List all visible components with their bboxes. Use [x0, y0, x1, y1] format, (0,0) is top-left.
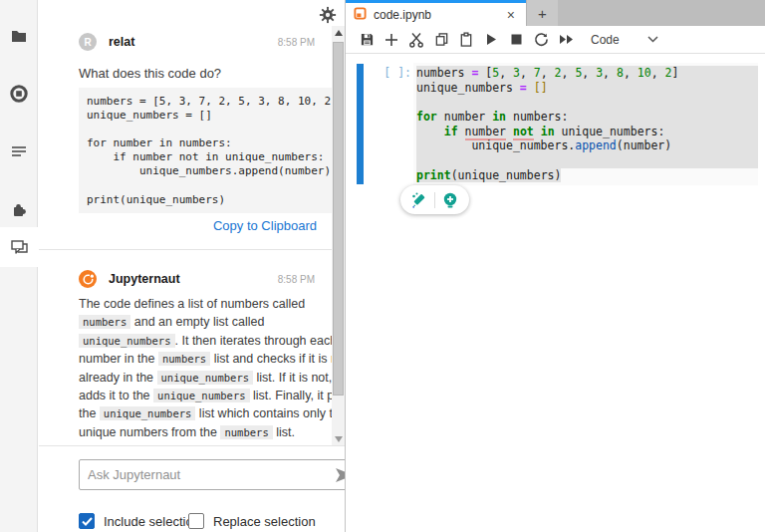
- chevron-down-icon: [647, 36, 658, 43]
- scroll-down-button[interactable]: [332, 432, 345, 445]
- cell-input-prompt: [ ]:: [370, 66, 411, 80]
- user-author-name: relat: [109, 35, 278, 49]
- stop-kernel-button[interactable]: [504, 29, 528, 51]
- tab-bar: code.ipynb × +: [346, 0, 765, 26]
- user-message-header: R relat 8:58 PM: [79, 32, 315, 52]
- chat-input[interactable]: [88, 467, 334, 482]
- chat-input-container: [79, 459, 365, 490]
- new-tab-button[interactable]: +: [526, 0, 558, 26]
- user-message-timestamp: 8:58 PM: [278, 37, 315, 48]
- checkbox-label: Replace selection: [213, 514, 316, 529]
- cell-ai-toolbar: [400, 185, 469, 214]
- magic-edit-icon[interactable]: [408, 189, 430, 211]
- scrollbar-thumb[interactable]: [333, 42, 344, 396]
- run-cell-button[interactable]: [479, 29, 503, 51]
- message-divider: [39, 249, 345, 250]
- code-line: [416, 153, 758, 168]
- chat-scrollbar[interactable]: [332, 26, 345, 445]
- sidebar-item-file-browser[interactable]: [0, 16, 38, 56]
- cell-type-value: Code: [591, 33, 620, 47]
- include-selection-checkbox[interactable]: Include selection: [79, 513, 200, 529]
- user-avatar: R: [79, 33, 97, 51]
- code-line: numbers = [5, 3, 7, 2, 5, 3, 8, 10, 2]: [416, 66, 758, 81]
- notebook-file-icon: [354, 6, 367, 24]
- save-button[interactable]: [355, 29, 379, 51]
- checkbox-unchecked[interactable]: [188, 513, 204, 529]
- cut-cells-button[interactable]: [404, 29, 428, 51]
- checkbox-label: Include selection: [104, 514, 200, 529]
- jupyternaut-chat-panel: R relat 8:58 PM What does this code do? …: [39, 0, 345, 532]
- cell-code-editor[interactable]: numbers = [5, 3, 7, 2, 5, 3, 8, 10, 2]un…: [413, 63, 758, 185]
- chat-bubbles-icon: [10, 238, 29, 256]
- notebook-toolbar: Code: [346, 26, 765, 54]
- code-line: print(unique_numbers): [416, 168, 758, 183]
- tab-title: code.ipynb: [374, 8, 504, 22]
- user-question-text: What does this code do?: [79, 66, 315, 81]
- code-line: [416, 95, 758, 110]
- running-kernels-icon: [10, 85, 28, 103]
- restart-kernel-button[interactable]: [529, 29, 553, 51]
- code-line: if number not in unique_numbers:: [416, 125, 758, 139]
- chat-code-block: numbers = [5, 3, 7, 2, 5, 3, 8, 10, 2] u…: [79, 88, 355, 213]
- cell-collapser[interactable]: [357, 64, 364, 184]
- lightbulb-icon[interactable]: [439, 189, 461, 211]
- paste-cells-button[interactable]: [454, 29, 478, 51]
- checkbox-checked[interactable]: [79, 513, 95, 529]
- sidebar-item-extension-manager[interactable]: [0, 189, 38, 229]
- ai-author-name: Jupyternaut: [109, 272, 278, 286]
- ai-message-timestamp: 8:58 PM: [278, 274, 315, 285]
- jupyterlab-window: R relat 8:58 PM What does this code do? …: [0, 0, 765, 532]
- list-icon: [10, 142, 28, 160]
- folder-icon: [10, 27, 28, 45]
- sidebar-item-running-kernels[interactable]: [0, 74, 38, 114]
- sidebar-item-table-of-contents[interactable]: [0, 132, 38, 171]
- code-line: unique_numbers.append(number): [416, 138, 758, 153]
- pill-divider: [434, 192, 435, 208]
- tab-close-icon[interactable]: ×: [504, 8, 518, 22]
- sidebar-item-chat[interactable]: [0, 227, 38, 267]
- cell-type-dropdown[interactable]: Code: [591, 33, 658, 47]
- insert-cell-button[interactable]: [380, 29, 403, 51]
- inline-code-chip: numbers: [79, 315, 130, 329]
- code-line: for number in numbers:: [416, 110, 758, 125]
- inline-code-chip: unique_numbers: [100, 406, 196, 420]
- tab-code-ipynb[interactable]: code.ipynb ×: [346, 0, 526, 26]
- puzzle-icon: [10, 200, 28, 218]
- inline-code-chip: unique_numbers: [153, 389, 250, 402]
- copy-to-clipboard-link[interactable]: Copy to Clipboard: [213, 218, 317, 233]
- input-divider: [39, 445, 345, 446]
- inline-code-chip: unique_numbers: [79, 334, 175, 348]
- inline-code-chip: numbers: [158, 352, 210, 366]
- inline-code-chip: unique_numbers: [157, 371, 254, 385]
- jupyternaut-avatar: [79, 270, 97, 288]
- restart-run-all-button[interactable]: [554, 29, 578, 51]
- activity-sidebar: [0, 0, 38, 532]
- ai-response-text: The code defines a list of numbers calle…: [79, 295, 358, 441]
- inline-code-chip: numbers: [220, 425, 272, 439]
- settings-gear-icon[interactable]: [319, 6, 337, 24]
- ai-message-header: Jupyternaut 8:58 PM: [79, 269, 315, 289]
- replace-selection-checkbox[interactable]: Replace selection: [188, 513, 316, 529]
- copy-cells-button[interactable]: [429, 29, 453, 51]
- code-line: unique_numbers = []: [416, 81, 758, 96]
- notebook-panel: code.ipynb × +: [345, 0, 765, 532]
- scroll-up-button[interactable]: [332, 26, 345, 39]
